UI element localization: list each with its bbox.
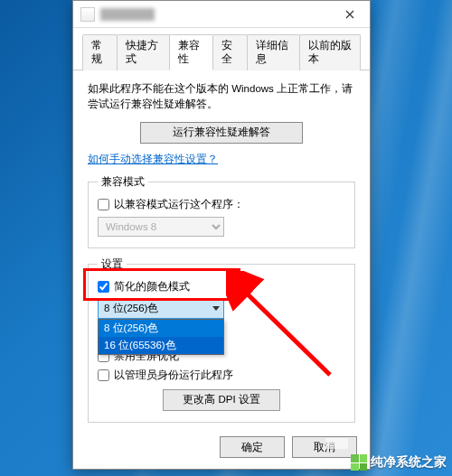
tab-details[interactable]: 详细信息 — [247, 34, 300, 70]
tab-body: 如果此程序不能在这个版本的 Windows 上正常工作，请尝试运行兼容性疑难解答… — [73, 70, 370, 427]
settings-legend: 设置 — [98, 257, 127, 271]
tab-strip: 常规 快捷方式 兼容性 安全 详细信息 以前的版本 — [73, 28, 370, 70]
color-option-16bit[interactable]: 16 位(65536)色 — [99, 337, 223, 354]
color-mode-select-wrap: 8 位(256)色 8 位(256)色 16 位(65536)色 — [98, 299, 224, 319]
tab-previous-versions[interactable]: 以前的版本 — [299, 34, 361, 70]
run-as-admin-label: 以管理员身份运行此程序 — [114, 369, 233, 382]
reduced-color-label: 简化的颜色模式 — [114, 280, 190, 294]
run-troubleshooter-button[interactable]: 运行兼容性疑难解答 — [140, 122, 303, 144]
description-text: 如果此程序不能在这个版本的 Windows 上正常工作，请尝试运行兼容性疑难解答… — [88, 81, 355, 113]
compat-os-select: Windows 8 — [98, 217, 224, 237]
title-text-obscured — [100, 8, 155, 21]
manual-settings-link[interactable]: 如何手动选择兼容性设置？ — [88, 153, 218, 166]
settings-group: 设置 简化的颜色模式 8 位(256)色 8 位(256)色 16 位(6553… — [88, 257, 355, 423]
compat-mode-label: 以兼容模式运行这个程序： — [114, 198, 244, 211]
close-button[interactable] — [330, 1, 370, 28]
watermark-text: 纯净系统之家 — [371, 454, 447, 471]
change-dpi-button[interactable]: 更改高 DPI 设置 — [163, 389, 280, 411]
watermark: 纯净系统之家 — [351, 454, 447, 471]
compat-mode-group: 兼容模式 以兼容模式运行这个程序： Windows 8 — [88, 175, 355, 248]
reduced-color-row[interactable]: 简化的颜色模式 — [98, 280, 345, 294]
compat-mode-checkbox-row[interactable]: 以兼容模式运行这个程序： — [98, 198, 345, 211]
properties-dialog: 常规 快捷方式 兼容性 安全 详细信息 以前的版本 如果此程序不能在这个版本的 … — [72, 0, 371, 470]
compat-mode-checkbox[interactable] — [98, 199, 109, 210]
reduced-color-checkbox[interactable] — [98, 281, 109, 293]
run-as-admin-checkbox[interactable] — [98, 369, 109, 381]
tab-compatibility[interactable]: 兼容性 — [169, 34, 213, 70]
watermark-obscure — [325, 438, 348, 449]
tab-shortcut[interactable]: 快捷方式 — [117, 34, 170, 70]
tab-security[interactable]: 安全 — [212, 34, 248, 70]
color-option-8bit[interactable]: 8 位(256)色 — [99, 320, 223, 337]
color-mode-select[interactable]: 8 位(256)色 — [98, 299, 224, 319]
color-mode-selected-value: 8 位(256)色 — [104, 302, 158, 315]
color-mode-dropdown: 8 位(256)色 16 位(65536)色 — [98, 319, 224, 355]
tab-general[interactable]: 常规 — [82, 34, 118, 70]
watermark-logo-icon — [351, 454, 367, 471]
run-as-admin-row[interactable]: 以管理员身份运行此程序 — [98, 369, 345, 382]
ok-button[interactable]: 确定 — [220, 436, 285, 458]
app-icon — [80, 7, 95, 22]
titlebar — [73, 1, 370, 28]
close-icon — [345, 10, 354, 19]
chevron-down-icon — [212, 306, 220, 311]
compat-mode-legend: 兼容模式 — [98, 175, 148, 189]
